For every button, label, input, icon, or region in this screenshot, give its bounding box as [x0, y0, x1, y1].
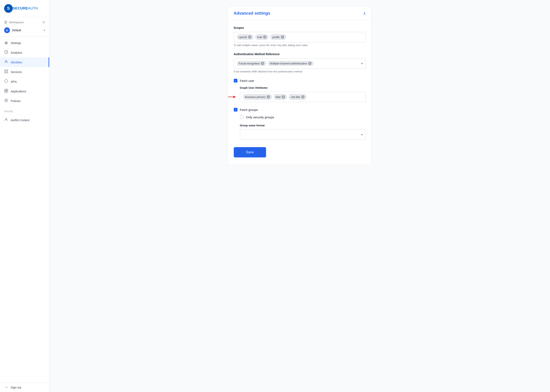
fetch-user-row: ✓ Fetch user — [234, 79, 366, 83]
save-button[interactable]: Save — [234, 147, 266, 157]
amr-tag-multichannel-close[interactable]: ✕ — [308, 62, 312, 65]
sidebar-item-applications[interactable]: Applications — [0, 86, 49, 96]
nav-label-settings: Settings — [11, 41, 21, 45]
scope-tag-mail: mail ✕ — [255, 34, 269, 40]
svg-rect-9 — [5, 89, 6, 91]
graph-attributes-input[interactable]: Business phones ✕ Mail ✕ Job title ✕ — [240, 92, 366, 102]
fetch-user-checkbox[interactable]: ✓ — [234, 79, 237, 83]
nav-label-signout: Sign out — [11, 386, 21, 389]
nav-label-services: Services — [11, 70, 22, 74]
scope-tag-profile-close[interactable]: ✕ — [281, 35, 284, 39]
amr-hint: If set overwrites AMR obtained from this… — [234, 70, 366, 73]
main-content: Advanced settings ∧ Scopes openid ✕ mail… — [49, 0, 550, 392]
svg-marker-17 — [233, 96, 236, 98]
group-name-dropdown-arrow-icon[interactable]: ▾ — [361, 133, 363, 136]
panel-title: Advanced settings — [234, 11, 270, 16]
nav-label-identities: Identities — [11, 61, 22, 64]
scopes-input[interactable]: openid ✕ mail ✕ profile ✕ — [234, 32, 366, 42]
nav-label-policies: Policies — [11, 99, 21, 103]
attr-tag-mail-close[interactable]: ✕ — [282, 95, 285, 98]
svg-rect-11 — [5, 91, 6, 92]
workspace-avatar: D — [4, 27, 10, 33]
amr-tag-facial-close[interactable]: ✕ — [261, 62, 264, 65]
identities-icon — [4, 60, 8, 65]
main-nav: ⚙ Settings Analytics Identities — [0, 37, 49, 107]
svg-rect-4 — [5, 70, 6, 71]
sidebar-item-identities[interactable]: Identities — [0, 57, 49, 67]
analytics-icon — [4, 50, 8, 55]
fetch-groups-row: ✓ Fetch groups — [234, 108, 366, 112]
amr-input[interactable]: Facial recognition ✕ Multiple-channel au… — [234, 58, 366, 69]
authn-icon — [4, 118, 8, 122]
scope-tag-profile: profile ✕ — [270, 34, 286, 40]
workspace-default[interactable]: D Default ▾ — [0, 26, 49, 37]
workspace-settings-icon[interactable]: ⚙ — [42, 20, 45, 24]
nav-label-analytics: Analytics — [11, 51, 22, 54]
group-name-format-label: Group name format — [240, 124, 366, 127]
attr-tag-business-phones: Business phones ✕ — [243, 94, 272, 100]
sidebar-item-services[interactable]: Services — [0, 67, 49, 77]
svg-rect-10 — [6, 89, 8, 91]
fetch-groups-checkbox[interactable]: ✓ — [234, 108, 237, 112]
workspace-chevron-icon[interactable]: ▾ — [44, 29, 45, 32]
fetch-user-section: ✓ Fetch user Graph User Attributes — [234, 79, 366, 102]
sidebar-item-signout[interactable]: → Sign out — [0, 383, 49, 392]
attr-tag-business-phones-close[interactable]: ✕ — [267, 95, 270, 98]
red-arrow-annotation — [228, 95, 236, 99]
settings-icon: ⚙ — [4, 41, 8, 45]
panel-header: Advanced settings ∧ — [228, 6, 372, 20]
svg-point-14 — [6, 100, 7, 101]
sidebar-item-analytics[interactable]: Analytics — [0, 48, 49, 57]
only-security-groups-row: Only security groups — [240, 115, 366, 119]
amr-tag-multichannel: Multiple-channel authentication ✕ — [268, 61, 313, 66]
fetch-user-label: Fetch user — [240, 79, 255, 83]
policies-icon — [4, 98, 8, 103]
only-security-groups-checkbox[interactable] — [240, 115, 244, 119]
workspaces-label: Workspaces — [4, 21, 24, 24]
graph-attributes-section: Graph User Attributes — [240, 86, 366, 102]
apis-icon — [4, 79, 8, 84]
workspace-section: Workspaces ⚙ — [0, 17, 49, 26]
nav-label-apis: APIs — [11, 80, 17, 83]
amr-label: Authentication Method Reference — [234, 52, 366, 56]
advanced-settings-panel: Advanced settings ∧ Scopes openid ✕ mail… — [228, 6, 372, 165]
scope-tag-openid-close[interactable]: ✕ — [248, 35, 251, 39]
amr-dropdown-arrow-icon[interactable]: ▾ — [361, 62, 363, 65]
svg-point-8 — [5, 80, 8, 83]
svg-rect-7 — [7, 72, 8, 73]
only-security-groups-label: Only security groups — [246, 115, 274, 119]
sidebar-item-apis[interactable]: APIs — [0, 77, 49, 86]
brand-name: SECUREAUTH — [13, 6, 38, 10]
svg-point-13 — [5, 99, 8, 102]
security-section-label: Security — [0, 107, 49, 114]
nav-label-authn: AuthN Context — [11, 119, 29, 122]
svg-rect-5 — [7, 70, 8, 71]
scope-tag-mail-close[interactable]: ✕ — [263, 35, 266, 39]
logo-area: S SECUREAUTH — [0, 0, 49, 17]
amr-section: Authentication Method Reference Facial r… — [234, 52, 366, 73]
collapse-icon[interactable]: ∧ — [363, 11, 366, 16]
graph-attributes-arrow-container: Business phones ✕ Mail ✕ Job title ✕ — [240, 92, 366, 102]
scopes-hint: To add multiple values, press the 'enter… — [234, 44, 366, 47]
layers-icon — [4, 21, 7, 24]
fetch-groups-label: Fetch groups — [240, 108, 258, 112]
panel-body: Scopes openid ✕ mail ✕ profile ✕ — [228, 20, 372, 165]
sidebar-item-policies[interactable]: Policies — [0, 96, 49, 106]
applications-icon — [4, 89, 8, 94]
signout-icon: → — [4, 385, 8, 390]
svg-text:S: S — [7, 6, 10, 10]
fetch-groups-section: ✓ Fetch groups Only security groups Grou… — [234, 108, 366, 140]
sidebar: S SECUREAUTH Workspaces ⚙ D Default ▾ ⚙ … — [0, 0, 49, 392]
sidebar-item-settings[interactable]: ⚙ Settings — [0, 38, 49, 48]
svg-rect-6 — [5, 72, 6, 73]
content-wrapper: Advanced settings ∧ Scopes openid ✕ mail… — [220, 0, 380, 177]
group-name-format-dropdown[interactable]: ▾ — [240, 129, 366, 140]
attr-tag-mail: Mail ✕ — [274, 94, 287, 100]
services-icon — [4, 70, 8, 74]
scopes-label: Scopes — [234, 26, 366, 29]
scope-tag-openid: openid ✕ — [237, 34, 253, 40]
attr-tag-job-title-close[interactable]: ✕ — [301, 95, 305, 98]
sidebar-item-authn-context[interactable]: AuthN Context — [0, 115, 49, 125]
graph-attributes-label: Graph User Attributes — [240, 86, 366, 89]
attr-tag-job-title: Job title ✕ — [289, 94, 306, 100]
